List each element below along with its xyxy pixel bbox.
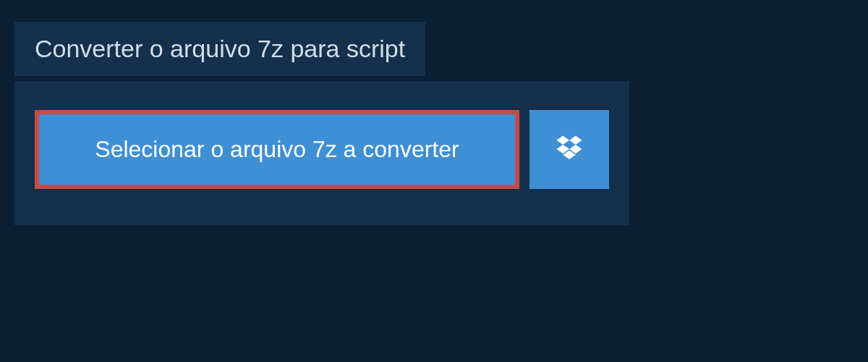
dropbox-button[interactable]	[529, 110, 609, 189]
button-row: Selecionar o arquivo 7z a converter	[35, 110, 609, 189]
select-file-button[interactable]: Selecionar o arquivo 7z a converter	[35, 110, 519, 189]
upload-panel: Selecionar o arquivo 7z a converter	[14, 81, 629, 225]
dropbox-icon	[554, 133, 584, 167]
page-title: Converter o arquivo 7z para script	[14, 22, 425, 76]
select-file-label: Selecionar o arquivo 7z a converter	[95, 136, 459, 163]
